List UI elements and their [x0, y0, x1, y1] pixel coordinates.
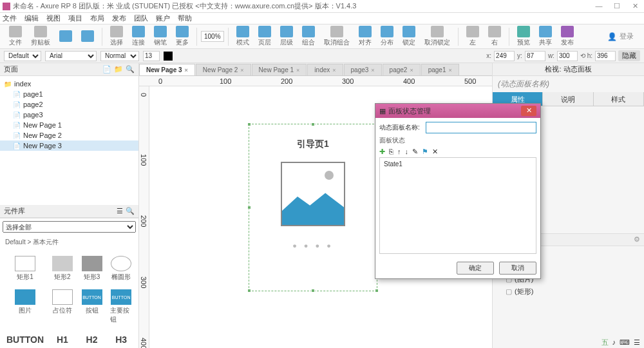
widget-一级标题[interactable]: H1一级标题 [49, 329, 76, 348]
duplicate-state-icon[interactable]: ⎘ [389, 148, 393, 156]
menu-项目[interactable]: 项目 [68, 14, 82, 23]
tool-锁定[interactable]: 锁定 [399, 26, 419, 47]
menu-账户[interactable]: 账户 [156, 14, 170, 23]
menu-文件[interactable]: 文件 [3, 14, 17, 23]
tool-右[interactable]: 右 [484, 26, 505, 47]
tool-组合[interactable]: 组合 [298, 26, 319, 47]
tab-close-icon[interactable]: × [449, 67, 452, 73]
move-up-icon[interactable]: ↑ [397, 148, 401, 156]
dynamic-panel-selection[interactable]: 引导页1 ● ● ● ● [249, 124, 377, 291]
status-icon-2[interactable]: ⌨ [620, 338, 630, 347]
tool-模式[interactable]: 模式 [232, 26, 253, 47]
menu-布局[interactable]: 布局 [90, 14, 104, 23]
tool-更多[interactable]: 更多 [172, 26, 193, 47]
widget-图片[interactable]: 图片 [4, 287, 46, 327]
library-search-icon[interactable]: 🔍 [126, 207, 135, 215]
tab-close-icon[interactable]: × [410, 67, 413, 73]
x-input[interactable] [494, 51, 515, 61]
tool-2[interactable] [55, 30, 76, 43]
menu-发布[interactable]: 发布 [112, 14, 126, 23]
page-node-New Page 3[interactable]: New Page 3 [0, 140, 138, 151]
add-folder-icon[interactable]: 📁 [114, 65, 123, 73]
widget-按钮[interactable]: BUTTON按钮 [79, 287, 106, 327]
add-page-icon[interactable]: 📄 [102, 65, 111, 73]
resize-handle-w[interactable] [247, 206, 251, 209]
login-button[interactable]: 登录 [607, 32, 634, 41]
move-down-icon[interactable]: ↓ [405, 148, 409, 156]
tab-close-icon[interactable]: × [185, 67, 188, 73]
tool-左[interactable]: 左 [462, 26, 483, 47]
add-state-icon[interactable]: ✚ [379, 148, 385, 156]
page-node-page3[interactable]: page3 [0, 110, 138, 120]
resize-handle-s[interactable] [311, 289, 315, 293]
hide-button[interactable]: 隐藏 [618, 50, 640, 61]
status-icon[interactable]: ♪ [612, 338, 616, 346]
w-input[interactable] [557, 51, 578, 61]
resize-handle-se[interactable] [375, 289, 379, 293]
ok-button[interactable]: 确定 [457, 262, 494, 275]
tool-取消锁定[interactable]: 取消锁定 [421, 26, 454, 47]
menu-视图[interactable]: 视图 [46, 14, 61, 23]
delete-state-icon[interactable]: ✕ [432, 148, 438, 156]
tab-close-icon[interactable]: × [240, 67, 243, 73]
tab-close-icon[interactable]: × [371, 67, 374, 73]
ime-indicator[interactable]: 五 [601, 338, 609, 347]
menu-编辑[interactable]: 编辑 [24, 14, 39, 23]
edit-state-icon[interactable]: ✎ [412, 148, 418, 156]
tool-钢笔[interactable]: 钢笔 [150, 26, 171, 47]
h-input[interactable] [595, 51, 616, 61]
widget-椭圆形[interactable]: 椭圆形 [108, 253, 135, 284]
tool-预览[interactable]: 预览 [513, 26, 534, 47]
library-menu-icon[interactable]: ☰ [117, 207, 123, 215]
panel-name-input[interactable] [426, 122, 536, 133]
tab-New Page 2[interactable]: New Page 2 × [196, 64, 251, 75]
tool-选择[interactable]: 选择 [106, 26, 127, 47]
resize-handle-nw[interactable] [247, 122, 251, 126]
outline-filter-icon[interactable]: ⚙ [634, 235, 640, 244]
tool-对齐[interactable]: 对齐 [355, 26, 375, 47]
widget-二级标题[interactable]: H2二级标题 [79, 329, 106, 348]
state-list[interactable]: State1 [379, 157, 536, 254]
search-icon[interactable]: 🔍 [126, 65, 135, 73]
inspector-tab-说明[interactable]: 说明 [543, 92, 593, 106]
resize-handle-sw[interactable] [247, 289, 251, 293]
widget-矩形3[interactable]: 矩形3 [79, 253, 106, 284]
dialog-titlebar[interactable]: ▦ 面板状态管理 ✕ [375, 104, 540, 118]
style-select[interactable]: Default [4, 51, 41, 61]
tab-close-icon[interactable]: × [332, 67, 336, 73]
widget-矩形1[interactable]: 矩形1 [4, 253, 46, 284]
close-icon[interactable]: ✕ [629, 2, 641, 10]
font-family-select[interactable]: Arial [45, 51, 97, 61]
tab-page2[interactable]: page2 × [383, 64, 421, 75]
tool-连接[interactable]: 连接 [128, 26, 149, 47]
dialog-close-button[interactable]: ✕ [521, 106, 536, 116]
tab-index[interactable]: index × [307, 64, 343, 75]
widget-主要按钮[interactable]: BUTTON主要按钮 [108, 287, 135, 327]
y-input[interactable] [525, 51, 545, 61]
flag-icon[interactable]: ⚑ [422, 148, 428, 156]
library-select[interactable]: 选择全部 [3, 221, 136, 233]
page-node-page2[interactable]: page2 [0, 99, 138, 110]
widget-占位符[interactable]: 占位符 [49, 287, 76, 327]
minimize-icon[interactable]: — [592, 2, 605, 10]
tool-剪贴板[interactable]: 剪贴板 [27, 26, 54, 47]
page-node-index[interactable]: index [0, 79, 138, 89]
cancel-button[interactable]: 取消 [499, 262, 536, 275]
status-icon-3[interactable]: ☰ [634, 338, 640, 347]
tab-New Page 3[interactable]: New Page 3 × [139, 64, 195, 75]
tool-3[interactable] [77, 30, 98, 43]
font-style-select[interactable]: Normal [100, 51, 139, 61]
widget-三级标题[interactable]: H3三级标题 [108, 329, 135, 348]
color-swatch[interactable] [164, 52, 173, 61]
tab-page1[interactable]: page1 × [421, 64, 459, 75]
maximize-icon[interactable]: ☐ [611, 2, 623, 10]
inspector-tab-样式[interactable]: 样式 [594, 92, 644, 106]
widget-矩形2[interactable]: 矩形2 [49, 253, 76, 284]
page-node-New Page 1[interactable]: New Page 1 [0, 120, 138, 130]
menu-团队[interactable]: 团队 [134, 14, 148, 23]
tool-层级[interactable]: 层级 [276, 26, 297, 47]
tool-分布[interactable]: 分布 [377, 26, 397, 47]
page-node-page1[interactable]: page1 [0, 89, 138, 99]
tab-close-icon[interactable]: × [296, 67, 299, 73]
tool-文件[interactable]: 文件 [5, 26, 26, 47]
